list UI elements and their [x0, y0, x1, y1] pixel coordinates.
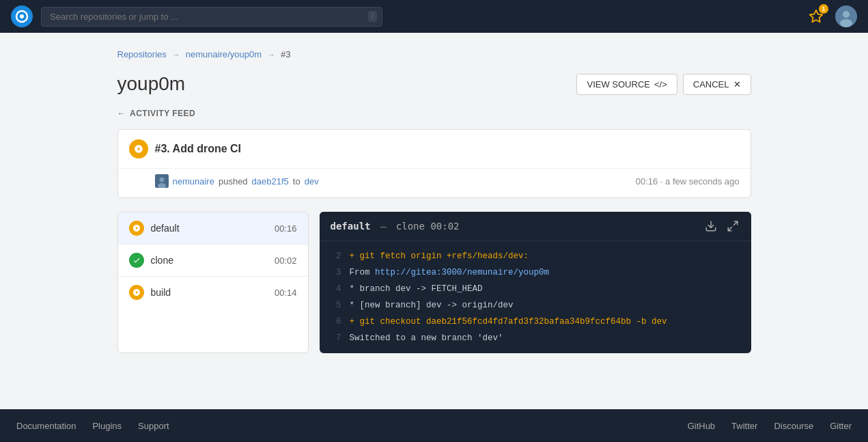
footer-twitter-link[interactable]: Twitter — [731, 421, 757, 431]
footer-left: Documentation Plugins Support — [16, 421, 169, 431]
log-line-content: From http://gitea:3000/nemunaire/youp0m — [350, 266, 740, 279]
push-card: #3. Add drone CI nemunaire pushed daeb21… — [117, 129, 751, 198]
footer-plugins-link[interactable]: Plugins — [92, 421, 122, 431]
page-header: youp0m VIEW SOURCE </> CANCEL ✕ — [117, 73, 751, 95]
breadcrumb: Repositories → nemunaire/youp0m → #3 — [117, 49, 751, 59]
log-line-content: + git checkout daeb21f56fcd4fd7afd3f32ba… — [350, 315, 740, 329]
topnav-right: 1 — [805, 5, 857, 27]
log-line-content: * [new branch] dev -> origin/dev — [350, 299, 740, 312]
topnav: / 1 — [0, 0, 868, 33]
push-user-avatar — [155, 174, 169, 188]
cancel-label: CANCEL — [693, 79, 729, 89]
avatar[interactable] — [835, 5, 857, 27]
main-content: Repositories → nemunaire/youp0m → #3 you… — [107, 33, 762, 370]
push-duration: 00:16 — [636, 176, 658, 187]
push-user-link[interactable]: nemunaire — [173, 176, 214, 187]
activity-feed-label: ACTIVITY FEED — [130, 109, 195, 118]
log-line: 5 * [new branch] dev -> origin/dev — [320, 297, 751, 314]
log-download-button[interactable] — [703, 219, 718, 234]
log-line-num: 4 — [331, 282, 341, 296]
log-expand-button[interactable] — [725, 219, 740, 234]
log-line-num: 7 — [331, 331, 341, 345]
push-meta: nemunaire pushed daeb21f5 to dev 00:16 ·… — [118, 168, 751, 197]
job-layout: default 00:16 clone 00:02 build — [117, 212, 751, 353]
footer-discourse-link[interactable]: Discourse — [774, 421, 813, 431]
push-header: #3. Add drone CI — [118, 130, 751, 168]
log-body: 2 + git fetch origin +refs/heads/dev: 3 … — [320, 241, 751, 353]
cancel-button[interactable]: CANCEL ✕ — [683, 74, 751, 95]
page-title: youp0m — [117, 73, 186, 95]
log-line-num: 3 — [331, 266, 341, 279]
push-action: pushed — [219, 176, 248, 187]
log-line: 3 From http://gitea:3000/nemunaire/youp0… — [320, 264, 751, 281]
log-line-num: 2 — [331, 249, 341, 263]
push-title: #3. Add drone CI — [155, 143, 242, 155]
job-duration-build: 00:14 — [275, 288, 297, 298]
push-separator: · — [660, 176, 665, 187]
push-branch-link[interactable]: dev — [305, 176, 319, 187]
log-line-content: + git fetch origin +refs/heads/dev: — [350, 249, 740, 263]
svg-line-11 — [728, 227, 731, 231]
search-input[interactable] — [41, 7, 382, 27]
log-line: 7 Switched to a new branch 'dev' — [320, 330, 751, 346]
push-status-icon — [129, 139, 148, 158]
job-item-default[interactable]: default 00:16 — [118, 212, 308, 245]
job-status-build-icon — [129, 285, 144, 300]
cancel-icon: ✕ — [733, 79, 741, 89]
log-line-content: * branch dev -> FETCH_HEAD — [350, 282, 740, 296]
log-stage-name: default — [331, 221, 371, 232]
back-arrow-icon: ← — [117, 109, 126, 118]
search-slash-key: / — [368, 11, 377, 22]
breadcrumb-sep-2: → — [267, 50, 275, 59]
activity-feed-link[interactable]: ← ACTIVITY FEED — [117, 109, 751, 118]
job-name-clone: clone — [151, 255, 268, 266]
footer-github-link[interactable]: GitHub — [688, 421, 715, 431]
breadcrumb-repo[interactable]: nemunaire/youp0m — [186, 49, 262, 59]
log-command: clone 00:02 — [396, 221, 460, 232]
log-title: default — clone 00:02 — [331, 221, 460, 232]
notifications-button[interactable]: 1 — [805, 5, 827, 27]
logo[interactable] — [11, 5, 33, 27]
push-commit-link[interactable]: daeb21f5 — [252, 176, 289, 187]
view-source-label: VIEW SOURCE — [587, 79, 649, 89]
breadcrumb-current: #3 — [281, 49, 290, 59]
job-item-build[interactable]: build 00:14 — [118, 277, 308, 308]
log-line: 2 + git fetch origin +refs/heads/dev: — [320, 248, 751, 264]
job-status-success-icon — [129, 253, 144, 268]
view-source-icon: </> — [654, 79, 667, 89]
log-line: 6 + git checkout daeb21f56fcd4fd7afd3f32… — [320, 314, 751, 330]
log-line-num: 6 — [331, 315, 341, 329]
footer-support-link[interactable]: Support — [138, 421, 169, 431]
job-item-clone[interactable]: clone 00:02 — [118, 245, 308, 277]
log-separator: — — [380, 221, 392, 232]
job-duration-default: 00:16 — [275, 223, 297, 234]
jobs-list: default 00:16 clone 00:02 build — [117, 212, 309, 353]
footer: Documentation Plugins Support GitHub Twi… — [0, 409, 868, 442]
job-duration-clone: 00:02 — [275, 255, 297, 266]
log-line-content: Switched to a new branch 'dev' — [350, 331, 740, 345]
footer-gitter-link[interactable]: Gitter — [830, 421, 852, 431]
svg-point-4 — [843, 11, 850, 18]
log-actions — [703, 219, 740, 234]
job-name-default: default — [151, 223, 268, 234]
footer-right: GitHub Twitter Discourse Gitter — [688, 421, 852, 431]
push-time: 00:16 · a few seconds ago — [636, 176, 740, 187]
breadcrumb-sep-1: → — [172, 50, 180, 59]
log-header: default — clone 00:02 — [320, 212, 751, 241]
job-status-running-icon — [129, 221, 144, 236]
log-panel: default — clone 00:02 — [320, 212, 751, 353]
job-name-build: build — [151, 287, 268, 298]
footer-documentation-link[interactable]: Documentation — [16, 421, 76, 431]
svg-point-7 — [159, 178, 164, 182]
log-line: 4 * branch dev -> FETCH_HEAD — [320, 281, 751, 297]
push-meta-left: nemunaire pushed daeb21f5 to dev — [155, 174, 319, 188]
svg-point-5 — [840, 19, 852, 27]
log-line-num: 5 — [331, 299, 341, 312]
breadcrumb-repositories[interactable]: Repositories — [117, 49, 167, 59]
view-source-button[interactable]: VIEW SOURCE </> — [576, 74, 677, 95]
push-to: to — [293, 176, 300, 187]
svg-point-1 — [20, 14, 24, 18]
search-container: / — [41, 7, 382, 27]
svg-line-10 — [733, 221, 737, 225]
header-actions: VIEW SOURCE </> CANCEL ✕ — [576, 74, 751, 95]
